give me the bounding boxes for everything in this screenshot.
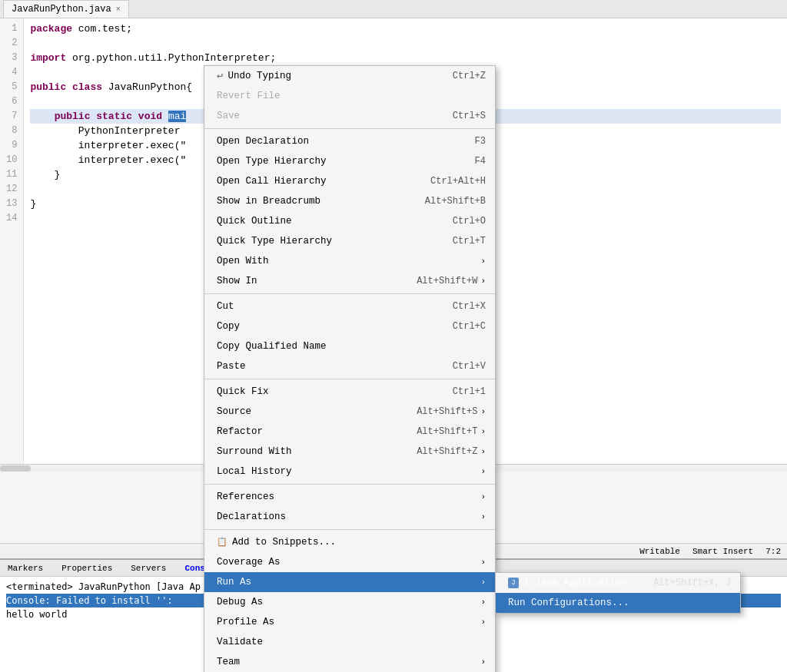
menu-item-team[interactable]: Team › xyxy=(204,652,495,672)
menu-item-copy[interactable]: Copy Ctrl+C xyxy=(204,316,495,336)
menu-label: Refactor xyxy=(217,424,263,439)
run-as-submenu: J 1 Java Application Alt+Shift+X, J Run … xyxy=(495,572,741,614)
menu-shortcut: Ctrl+Z xyxy=(453,68,486,84)
menu-label: Debug As xyxy=(217,594,263,610)
menu-label: Surround With xyxy=(217,444,292,459)
tab-label: Markers xyxy=(8,564,43,573)
menu-shortcut: Ctrl+O xyxy=(453,214,486,229)
submenu-item-run-configurations[interactable]: Run Configurations... xyxy=(496,593,740,613)
menu-item-references[interactable]: References › xyxy=(204,487,495,507)
tab-markers[interactable]: Markers xyxy=(3,562,48,574)
menu-item-debug-as[interactable]: Debug As › xyxy=(204,592,495,612)
arrow-icon: › xyxy=(480,273,486,289)
menu-label: Quick Fix xyxy=(217,384,269,399)
menu-shortcut: Alt+Shift+Z xyxy=(417,444,477,459)
menu-item-open-call-hierarchy[interactable]: Open Call Hierarchy Ctrl+Alt+H xyxy=(204,171,495,191)
context-menu: ↩ Undo Typing Ctrl+Z Revert File Save Ct… xyxy=(204,65,496,672)
menu-label: Add to Snippets... xyxy=(232,535,336,550)
arrow-icon: › xyxy=(480,554,486,570)
tab-properties[interactable]: Properties xyxy=(57,562,117,574)
tab-servers[interactable]: Servers xyxy=(126,562,171,574)
menu-label: Quick Outline xyxy=(217,214,292,229)
tab-label: JavaRunPython.java xyxy=(12,4,111,15)
menu-label: Validate xyxy=(217,634,263,650)
tab-bar: JavaRunPython.java × xyxy=(0,0,787,18)
menu-label: References xyxy=(217,489,274,505)
console-header-text: <terminated> JavaRunPython [Java Ap xyxy=(6,581,201,592)
tab-label: Servers xyxy=(131,564,166,573)
menu-item-undo-typing[interactable]: ↩ Undo Typing Ctrl+Z xyxy=(204,66,495,86)
editor-tab[interactable]: JavaRunPython.java × xyxy=(3,0,129,18)
menu-shortcut: Ctrl+1 xyxy=(453,384,486,399)
code-line xyxy=(30,36,781,51)
code-line: package com.test; xyxy=(30,22,781,36)
submenu-shortcut: Alt+Shift+X, J xyxy=(653,575,731,591)
arrow-icon: › xyxy=(480,464,486,479)
menu-item-cut[interactable]: Cut Ctrl+X xyxy=(204,296,495,316)
submenu-label: Run Configurations... xyxy=(508,595,629,611)
menu-label: Open Declaration xyxy=(217,134,309,149)
menu-item-surround-with[interactable]: Surround With Alt+Shift+Z › xyxy=(204,442,495,462)
menu-item-copy-qualified-name[interactable]: Copy Qualified Name xyxy=(204,336,495,356)
menu-label: Revert File xyxy=(217,88,281,104)
menu-item-source[interactable]: Source Alt+Shift+S › xyxy=(204,402,495,422)
arrow-icon: › xyxy=(480,574,486,590)
arrow-icon: › xyxy=(480,654,486,670)
arrow-icon: › xyxy=(480,424,486,439)
menu-separator xyxy=(204,529,495,530)
menu-separator xyxy=(204,128,495,129)
menu-item-add-to-snippets[interactable]: 📋 Add to Snippets... xyxy=(204,532,495,552)
menu-item-open-type-hierarchy[interactable]: Open Type Hierarchy F4 xyxy=(204,151,495,171)
menu-item-run-as[interactable]: Run As › J 1 Java Application Alt+Shift+… xyxy=(204,572,495,592)
menu-item-open-declaration[interactable]: Open Declaration F3 xyxy=(204,131,495,151)
menu-shortcut: Alt+Shift+T xyxy=(417,424,477,439)
menu-item-coverage-as[interactable]: Coverage As › xyxy=(204,552,495,572)
line-numbers: 1 2 3 4 5 6 7 8 9 10 11 12 13 14 xyxy=(0,18,24,472)
menu-label: Run As xyxy=(217,574,251,590)
menu-label: Coverage As xyxy=(217,554,281,570)
menu-shortcut: Ctrl+Alt+H xyxy=(430,174,486,189)
menu-shortcut: Ctrl+V xyxy=(453,359,486,374)
menu-item-open-with[interactable]: Open With › xyxy=(204,251,495,271)
menu-shortcut: Ctrl+C xyxy=(453,319,486,334)
menu-item-profile-as[interactable]: Profile As › xyxy=(204,612,495,632)
menu-item-quick-outline[interactable]: Quick Outline Ctrl+O xyxy=(204,211,495,231)
arrow-icon: › xyxy=(480,594,486,610)
menu-label: Copy xyxy=(217,319,240,334)
arrow-icon: › xyxy=(480,489,486,505)
menu-label: Team xyxy=(217,654,240,670)
menu-label: Show in Breadcrumb xyxy=(217,194,320,209)
menu-separator xyxy=(204,379,495,379)
console-output-text: hello world xyxy=(6,609,67,620)
menu-label: Copy Qualified Name xyxy=(217,339,327,354)
arrow-icon: › xyxy=(480,404,486,419)
menu-item-quick-type-hierarchy[interactable]: Quick Type Hierarchy Ctrl+T xyxy=(204,231,495,251)
menu-item-quick-fix[interactable]: Quick Fix Ctrl+1 xyxy=(204,382,495,402)
menu-item-save: Save Ctrl+S xyxy=(204,106,495,126)
menu-label: Local History xyxy=(217,464,292,479)
tab-label: Properties xyxy=(61,564,112,573)
menu-item-show-in-breadcrumb[interactable]: Show in Breadcrumb Alt+Shift+B xyxy=(204,191,495,211)
arrow-icon: › xyxy=(480,253,486,269)
submenu-label: 1 Java Application xyxy=(523,575,627,591)
menu-shortcut: F3 xyxy=(475,134,486,149)
submenu-item-java-application[interactable]: J 1 Java Application Alt+Shift+X, J xyxy=(496,573,740,593)
arrow-icon: › xyxy=(480,614,486,630)
menu-item-show-in[interactable]: Show In Alt+Shift+W › xyxy=(204,271,495,291)
menu-item-paste[interactable]: Paste Ctrl+V xyxy=(204,356,495,376)
arrow-icon: › xyxy=(480,444,486,459)
menu-item-validate[interactable]: Validate xyxy=(204,632,495,652)
menu-label: Quick Type Hierarchy xyxy=(217,233,332,249)
menu-item-declarations[interactable]: Declarations › xyxy=(204,507,495,527)
menu-label: Open With xyxy=(217,253,269,269)
menu-item-refactor[interactable]: Refactor Alt+Shift+T › xyxy=(204,422,495,442)
menu-shortcut: Alt+Shift+B xyxy=(425,194,486,209)
menu-item-local-history[interactable]: Local History › xyxy=(204,462,495,482)
scroll-thumb[interactable] xyxy=(0,465,31,472)
menu-label: Open Call Hierarchy xyxy=(217,174,327,189)
undo-icon: ↩ xyxy=(217,68,223,84)
menu-shortcut: Alt+Shift+S xyxy=(417,404,477,419)
tab-close-icon[interactable]: × xyxy=(116,5,121,14)
menu-shortcut: Ctrl+T xyxy=(453,233,486,249)
status-insert-mode: Smart Insert xyxy=(692,547,753,556)
